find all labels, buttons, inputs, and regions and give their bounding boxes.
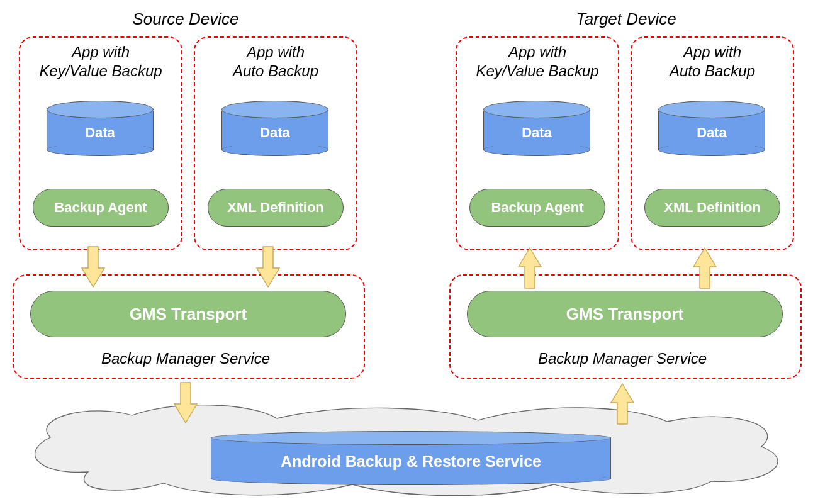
source-backup-agent-label: Backup Agent: [54, 199, 147, 216]
arrow-down-icon: [81, 245, 106, 289]
source-xml-definition-label: XML Definition: [227, 199, 324, 216]
source-auto-data-cylinder: Data: [221, 101, 328, 150]
source-backup-agent-pill: Backup Agent: [33, 189, 169, 227]
target-xml-definition-pill: XML Definition: [644, 189, 780, 227]
target-auto-data-cylinder: Data: [658, 101, 765, 150]
arrow-up-icon: [610, 381, 635, 425]
target-bms-label: Backup Manager Service: [512, 350, 732, 367]
source-app-kv-title: App withKey/Value Backup: [20, 43, 181, 81]
target-kv-data-cylinder: Data: [483, 101, 590, 150]
target-xml-definition-label: XML Definition: [664, 199, 761, 216]
source-gms-transport-label: GMS Transport: [130, 305, 247, 324]
target-app-kv-title: App withKey/Value Backup: [457, 43, 618, 81]
android-service-label: Android Backup & Restore Service: [211, 452, 611, 471]
target-backup-agent-label: Backup Agent: [491, 199, 583, 216]
target-gms-transport-pill: GMS Transport: [467, 291, 783, 337]
source-kv-data-label: Data: [47, 125, 154, 141]
android-service-cylinder: Android Backup & Restore Service: [211, 431, 611, 479]
target-device-title: Target Device: [516, 9, 736, 29]
source-app-auto-title: App withAuto Backup: [195, 43, 356, 81]
source-kv-data-cylinder: Data: [47, 101, 154, 150]
target-backup-agent-pill: Backup Agent: [469, 189, 605, 227]
arrow-down-icon: [255, 245, 281, 289]
source-auto-data-label: Data: [221, 125, 328, 141]
target-auto-data-label: Data: [658, 125, 765, 141]
source-bms-label: Backup Manager Service: [76, 350, 296, 367]
target-kv-data-label: Data: [483, 125, 590, 141]
source-xml-definition-pill: XML Definition: [208, 189, 344, 227]
arrow-up-icon: [517, 245, 542, 289]
arrow-down-icon: [173, 381, 198, 425]
source-gms-transport-pill: GMS Transport: [30, 291, 346, 337]
arrow-up-icon: [692, 245, 717, 289]
target-app-auto-title: App withAuto Backup: [632, 43, 793, 81]
diagram-canvas: Source Device Target Device App withKey/…: [0, 0, 813, 504]
target-gms-transport-label: GMS Transport: [566, 305, 683, 324]
source-device-title: Source Device: [76, 9, 296, 29]
